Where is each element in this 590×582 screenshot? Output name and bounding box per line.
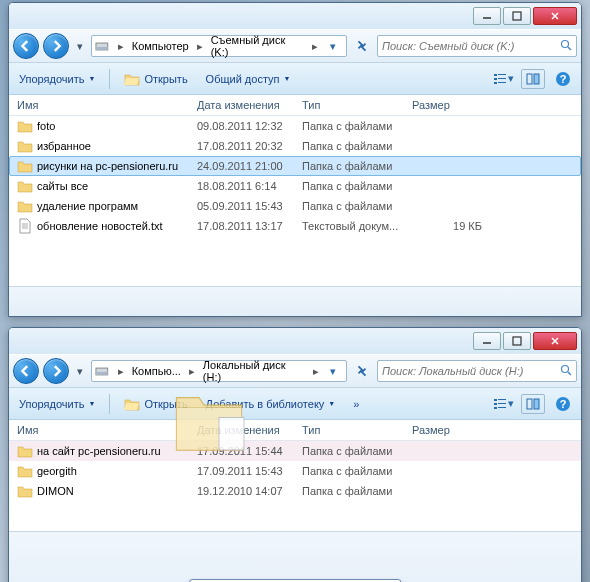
breadcrumb-sep: ▸	[309, 365, 323, 378]
more-button[interactable]: »	[349, 396, 365, 412]
breadcrumb-sep: ▸	[114, 40, 128, 53]
file-row[interactable]: сайты все18.08.2011 6:14Папка с файлами	[9, 176, 581, 196]
search-box[interactable]	[377, 35, 577, 57]
view-button[interactable]: ▾	[491, 394, 515, 414]
svg-rect-14	[527, 74, 532, 84]
file-name: georgith	[17, 463, 197, 479]
back-button[interactable]	[13, 358, 39, 384]
refresh-icon	[355, 364, 369, 378]
column-headers[interactable]: Имя Дата изменения Тип Размер	[9, 95, 581, 116]
history-dropdown[interactable]: ▾	[73, 36, 87, 56]
maximize-button[interactable]	[503, 7, 531, 25]
share-button[interactable]: Общий доступ▼	[202, 71, 295, 87]
file-type: Папка с файлами	[302, 465, 412, 477]
open-button[interactable]: Открыть	[120, 69, 191, 89]
titlebar[interactable]	[9, 328, 581, 354]
maximize-button[interactable]	[503, 332, 531, 350]
svg-rect-33	[494, 407, 497, 409]
minimize-button[interactable]	[473, 7, 501, 25]
close-button[interactable]	[533, 332, 577, 350]
history-dropdown[interactable]: ▾	[73, 361, 87, 381]
file-date: 09.08.2011 12:32	[197, 120, 302, 132]
col-date[interactable]: Дата изменения	[197, 99, 302, 111]
status-bar: + Копировать в "Локальный диск (H:)"	[9, 531, 581, 582]
file-row[interactable]: georgith17.09.2011 15:43Папка с файлами	[9, 461, 581, 481]
svg-rect-9	[498, 74, 506, 75]
svg-rect-32	[498, 403, 506, 404]
view-icon	[492, 397, 508, 411]
breadcrumb-root[interactable]: Компью...	[128, 365, 185, 377]
refresh-button[interactable]	[351, 360, 373, 382]
help-icon: ?	[555, 396, 571, 412]
col-size[interactable]: Размер	[412, 424, 482, 436]
file-date: 17.09.2011 15:43	[197, 465, 302, 477]
search-input[interactable]	[382, 40, 560, 52]
file-type: Папка с файлами	[302, 180, 412, 192]
col-name[interactable]: Имя	[17, 99, 197, 111]
help-button[interactable]: ?	[551, 69, 575, 89]
file-date: 24.09.2011 21:00	[197, 160, 302, 172]
minimize-button[interactable]	[473, 332, 501, 350]
breadcrumb-root[interactable]: Компьютер	[128, 40, 193, 52]
organize-button[interactable]: Упорядочить▼	[15, 71, 99, 87]
file-list: Имя Дата изменения Тип Размер на сайт pc…	[9, 420, 581, 531]
close-icon	[550, 11, 560, 21]
organize-button[interactable]: Упорядочить▼	[15, 396, 99, 412]
file-list: Имя Дата изменения Тип Размер foto09.08.…	[9, 95, 581, 286]
preview-pane-button[interactable]	[521, 394, 545, 414]
file-type: Папка с файлами	[302, 160, 412, 172]
close-button[interactable]	[533, 7, 577, 25]
col-type[interactable]: Тип	[302, 424, 412, 436]
svg-rect-22	[513, 337, 521, 345]
file-type: Папка с файлами	[302, 485, 412, 497]
svg-rect-36	[534, 399, 539, 409]
breadcrumb-drive[interactable]: Съемный диск (K:)	[207, 34, 309, 58]
svg-rect-5	[96, 47, 108, 50]
column-headers[interactable]: Имя Дата изменения Тип Размер	[9, 420, 581, 441]
explorer-window-h: ▾ ▸ Компью... ▸ Локальный диск (H:) ▸ ▾ …	[8, 327, 582, 582]
file-name: удаление программ	[17, 198, 197, 214]
pane-icon	[526, 397, 540, 411]
address-bar[interactable]: ▸ Компьютер ▸ Съемный диск (K:) ▸ ▾	[91, 35, 347, 57]
file-name: рисунки на pc-pensioneru.ru	[17, 158, 197, 174]
search-input[interactable]	[382, 365, 560, 377]
file-row[interactable]: удаление программ05.09.2011 15:43Папка с…	[9, 196, 581, 216]
file-row[interactable]: DIMON19.12.2010 14:07Папка с файлами	[9, 481, 581, 501]
col-type[interactable]: Тип	[302, 99, 412, 111]
maximize-icon	[512, 336, 522, 346]
file-name: DIMON	[17, 483, 197, 499]
svg-rect-10	[494, 78, 497, 80]
svg-rect-8	[494, 74, 497, 76]
file-row[interactable]: foto09.08.2011 12:32Папка с файлами	[9, 116, 581, 136]
file-row[interactable]: обновление новостей.txt17.08.2011 13:17Т…	[9, 216, 581, 236]
file-row[interactable]: на сайт pc-pensioneru.ru17.09.2011 15:44…	[9, 441, 581, 461]
status-bar	[9, 286, 581, 316]
help-button[interactable]: ?	[551, 394, 575, 414]
preview-pane-button[interactable]	[521, 69, 545, 89]
file-name: избранное	[17, 138, 197, 154]
drag-ghost-folder	[169, 380, 249, 460]
file-row[interactable]: рисунки на pc-pensioneru.ru24.09.2011 21…	[9, 156, 581, 176]
file-date: 19.12.2010 14:07	[197, 485, 302, 497]
address-bar[interactable]: ▸ Компью... ▸ Локальный диск (H:) ▸ ▾	[91, 360, 347, 382]
minimize-icon	[482, 11, 492, 21]
titlebar[interactable]	[9, 3, 581, 29]
forward-button[interactable]	[43, 358, 69, 384]
refresh-button[interactable]	[351, 35, 373, 57]
svg-rect-13	[498, 82, 506, 83]
arrow-left-icon	[20, 365, 32, 377]
back-button[interactable]	[13, 33, 39, 59]
address-dropdown[interactable]: ▾	[323, 360, 344, 382]
svg-text:?: ?	[560, 73, 567, 85]
nav-bar: ▾ ▸ Компью... ▸ Локальный диск (H:) ▸ ▾	[9, 354, 581, 388]
search-box[interactable]	[377, 360, 577, 382]
address-dropdown[interactable]: ▾	[322, 35, 344, 57]
breadcrumb-sep: ▸	[308, 40, 322, 53]
svg-text:?: ?	[560, 398, 567, 410]
nav-bar: ▾ ▸ Компьютер ▸ Съемный диск (K:) ▸ ▾	[9, 29, 581, 63]
col-size[interactable]: Размер	[412, 99, 482, 111]
svg-point-27	[562, 366, 569, 373]
forward-button[interactable]	[43, 33, 69, 59]
view-button[interactable]: ▾	[491, 69, 515, 89]
file-row[interactable]: избранное17.08.2011 20:32Папка с файлами	[9, 136, 581, 156]
